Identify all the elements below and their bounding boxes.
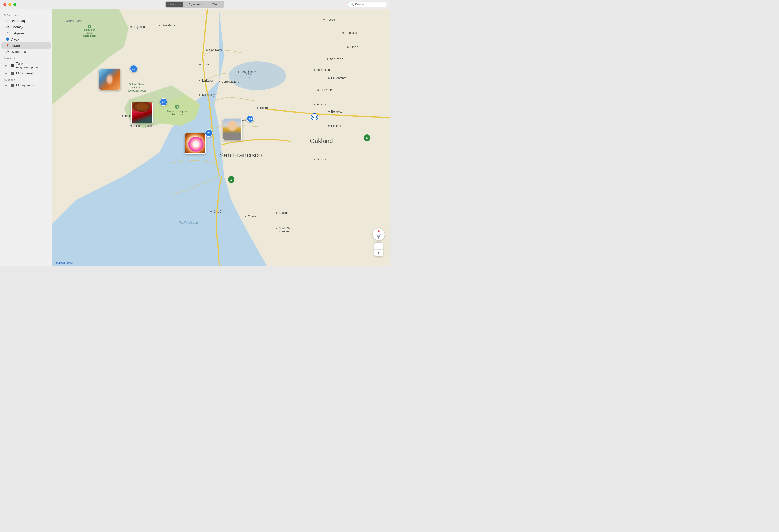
cluster-photo-70 [185,133,206,154]
svg-point-26 [327,58,328,60]
zoom-controls: − + [374,242,383,256]
cluster-photo-24 [223,119,242,140]
search-box[interactable]: 🔍 [348,2,386,7]
maximize-button[interactable] [13,3,16,6]
svg-point-18 [159,24,160,26]
close-button[interactable] [3,3,6,6]
svg-text:⊕: ⊕ [88,25,90,28]
places-icon: 📍 [5,44,9,47]
sidebar-item-favorites[interactable]: ♡ Вибране [1,30,51,36]
expand-arrow-icon: ▶ [5,64,7,67]
sidebar-label-media-types: Типи медіаматеріалів [16,62,47,69]
svg-text:El Cerrito: El Cerrito [320,88,333,92]
svg-text:South San: South San [279,227,292,230]
svg-text:Oakland: Oakland [310,137,333,144]
map-3d-button[interactable]: 3D [372,228,385,240]
svg-text:Colma: Colma [248,215,256,218]
people-icon: 👤 [5,38,9,41]
svg-text:580: 580 [312,115,317,119]
svg-point-38 [317,90,319,91]
svg-text:Piedmont: Piedmont [331,124,343,127]
svg-point-6 [229,61,286,90]
sidebar: Бібліотека ▦ Фотографії ⏱ Спогади ♡ Вибр… [0,9,52,266]
sidebar-item-places[interactable]: 📍 Місця [1,43,51,49]
sidebar-item-media-types[interactable]: ▶ ▦ Типи медіаматеріалів [1,61,51,70]
svg-text:Richmond: Richmond [317,68,330,71]
svg-text:Daly City: Daly City [213,210,225,213]
svg-text:Woodacre: Woodacre [163,23,176,27]
cluster-photo-23 [99,69,120,90]
svg-point-48 [219,81,220,82]
svg-text:Pacific Ocean: Pacific Ocean [179,221,198,224]
sidebar-label-places: Місця [11,44,20,47]
svg-text:1: 1 [230,178,232,181]
map-controls: 3D − + [372,228,385,256]
sidebar-item-memories[interactable]: ⏱ Спогади [1,24,51,30]
photo-cluster-45[interactable]: 45 [131,102,153,123]
svg-text:Ross: Ross [202,63,209,66]
cluster-count-45: 45 [160,98,167,106]
view-mode-control: Карта Супутник Сітка [165,1,225,8]
search-input[interactable] [355,3,384,6]
svg-text:Hercules: Hercules [346,31,357,35]
cluster-photo-45 [131,102,153,123]
svg-text:Rodeo: Rodeo [326,18,335,21]
svg-text:Pinole: Pinole [350,46,358,49]
svg-point-46 [199,80,200,81]
svg-text:Recreation Area: Recreation Area [127,89,146,92]
minimize-button[interactable] [8,3,11,6]
svg-text:⊕: ⊕ [176,106,178,108]
sidebar-label-my-collections: Мої колекції [16,71,34,75]
collections-section-header: Колекції [0,55,52,61]
legal-text-link[interactable]: Правовий текст [54,261,73,264]
svg-text:Bay: Bay [247,76,251,79]
sidebar-label-photos: Фотографії [11,19,27,23]
cluster-count-23: 23 [130,65,137,72]
svg-point-40 [314,104,315,105]
3d-label: 3D [377,233,381,237]
photo-cluster-70[interactable]: 70 [185,133,206,154]
projects-section-header: Проекти [0,76,52,82]
favorites-icon: ♡ [5,31,9,35]
map-area[interactable]: San Rafael Bay Bolinas Ridge Samuel P. T… [52,9,390,266]
expand-arrow-icon-2: ▶ [5,72,7,75]
svg-text:Berkeley: Berkeley [331,110,343,113]
traffic-lights [3,3,16,6]
satellite-view-button[interactable]: Супутник [184,2,206,7]
main-content: Бібліотека ▦ Фотографії ⏱ Спогади ♡ Вибр… [0,9,390,266]
svg-text:13: 13 [365,136,369,140]
sidebar-item-my-projects[interactable]: ▶ ▦ Мої проекти [1,82,51,88]
zoom-in-button[interactable]: + [374,249,383,256]
svg-text:Stinson Beach: Stinson Beach [133,124,152,127]
svg-text:State Park: State Park [171,113,183,116]
svg-text:Francisco: Francisco [279,230,291,233]
photos-icon: ▦ [5,19,9,23]
svg-text:San Quentin: San Quentin [241,70,257,74]
photo-cluster-23[interactable]: 23 [99,69,120,90]
svg-point-34 [238,71,239,73]
sidebar-item-people[interactable]: 👤 Люди [1,36,51,43]
titlebar: Карта Супутник Сітка 🔍 [0,0,390,9]
sidebar-item-my-collections[interactable]: ▶ ▦ Мої колекції [1,70,51,76]
svg-text:Mill Valley: Mill Valley [202,93,215,97]
svg-point-78 [245,216,246,217]
sidebar-label-imported: Імпортовані [11,50,28,54]
svg-point-42 [328,111,329,112]
sidebar-item-imported[interactable]: ⏱ Імпортовані [1,49,51,55]
memories-icon: ⏱ [5,25,9,29]
svg-point-22 [343,32,344,34]
search-icon: 🔍 [350,3,354,6]
svg-text:El Sobrante: El Sobrante [331,76,346,80]
svg-point-20 [323,19,325,20]
photo-cluster-24[interactable]: 24 [223,119,242,140]
svg-point-32 [199,64,201,65]
zoom-out-button[interactable]: − [374,243,383,249]
map-view-button[interactable]: Карта [166,2,183,7]
my-projects-icon: ▦ [10,83,14,87]
map-background: San Rafael Bay Bolinas Ridge Samuel P. T… [52,9,390,266]
sidebar-item-photos[interactable]: ▦ Фотографії [1,18,51,24]
svg-text:Larkspur: Larkspur [202,79,213,82]
grid-view-button[interactable]: Сітка [207,2,224,7]
svg-point-30 [206,49,207,51]
cluster-count-70: 70 [205,129,213,137]
